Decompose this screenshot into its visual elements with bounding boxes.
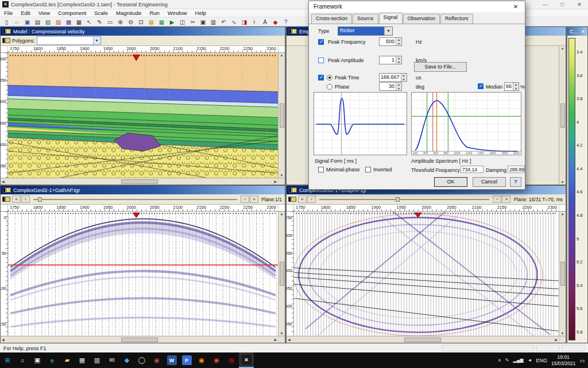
scroll-thumb[interactable] <box>560 262 565 286</box>
scroll-right-icon[interactable]: ▶ <box>274 338 277 342</box>
scroll-left-icon[interactable]: ◀ <box>2 338 5 342</box>
menu-help[interactable]: Help <box>191 10 211 16</box>
peak-frequency-value[interactable]: 500 <box>380 38 396 45</box>
polygons-select[interactable]: ▼ <box>37 36 101 45</box>
tesseral-icon[interactable]: ✕ <box>239 352 254 368</box>
frame-icon[interactable]: ▩ <box>64 18 74 26</box>
peak-frequency-checkbox[interactable] <box>318 39 324 45</box>
scroll-up-icon[interactable]: ▲ <box>280 212 284 216</box>
zoom-in-icon[interactable]: ⊕ <box>115 18 125 26</box>
help-button[interactable]: ? <box>510 177 521 187</box>
movie-icon[interactable]: ◫ <box>177 18 187 26</box>
photos-icon[interactable]: ◯ <box>134 352 149 368</box>
open-icon[interactable]: ▱ <box>12 18 22 26</box>
median-checkbox[interactable] <box>478 83 483 89</box>
inverted-checkbox[interactable] <box>365 167 371 172</box>
gather-panel-titlebar[interactable]: ComplexGeol2-1+GathAP.tgr <box>1 186 285 194</box>
scroll-thumb[interactable] <box>121 179 158 184</box>
menu-window[interactable]: Window <box>164 10 191 16</box>
task-view-icon[interactable]: ▣ <box>30 352 45 368</box>
peak-time-checkbox[interactable] <box>318 75 324 80</box>
model-vscroll[interactable]: ▲▼ <box>278 53 285 178</box>
last-icon[interactable]: » <box>250 195 258 203</box>
print-icon[interactable]: ▤ <box>33 18 42 26</box>
scroll-left-icon[interactable]: ◀ <box>288 338 291 342</box>
gather-vscroll[interactable]: ▲▼ <box>278 212 285 336</box>
close-icon[interactable]: ✕ <box>506 1 525 12</box>
action-center-icon[interactable]: ▭ <box>579 358 585 363</box>
grid-icon[interactable]: ▦ <box>74 18 84 26</box>
publisher-icon[interactable]: P <box>179 352 194 368</box>
calculator-icon[interactable]: ▦ <box>75 352 90 368</box>
empty-vscroll[interactable]: ▲▼ <box>559 46 566 185</box>
scroll-down-icon[interactable]: ▼ <box>280 174 284 177</box>
first-icon[interactable]: « <box>12 195 21 203</box>
paint3d-icon[interactable]: ◆ <box>119 352 134 368</box>
edge-icon[interactable]: e <box>45 352 60 368</box>
peak-frequency-spinner[interactable]: 500▲▼ <box>379 37 402 46</box>
save-icon[interactable]: ▣ <box>22 18 32 26</box>
spin-down-icon[interactable]: ▼ <box>396 60 401 64</box>
file-explorer-icon[interactable]: ▰ <box>60 352 75 368</box>
type-select[interactable]: Ricker ▼ <box>338 26 393 36</box>
volume-icon[interactable]: ◄ <box>528 358 532 363</box>
tab-observation[interactable]: Observation <box>403 14 440 24</box>
spin-down-icon[interactable]: ▼ <box>396 87 401 91</box>
scroll-up-icon[interactable]: ▲ <box>561 47 564 50</box>
clock[interactable]: 19:01 15/03/2021 <box>551 354 576 366</box>
spin-down-icon[interactable]: ▼ <box>513 87 519 91</box>
start-button[interactable]: ⊞ <box>0 352 15 368</box>
menu-file[interactable]: File <box>0 10 17 16</box>
threshold-frequency-field[interactable]: 734.14 <box>461 166 483 173</box>
prev-icon[interactable]: ‹ <box>21 195 30 203</box>
spin-down-icon[interactable]: ▼ <box>396 42 401 46</box>
chart-icon[interactable]: ∿ <box>229 18 239 26</box>
spinner-buttons[interactable]: ▲▼ <box>396 38 401 45</box>
tab-cross-section[interactable]: Cross-section <box>311 14 352 24</box>
ok-button[interactable]: OK <box>434 177 467 187</box>
new-icon[interactable]: ▯ <box>2 18 11 26</box>
copy-icon[interactable]: ▣ <box>198 18 208 26</box>
store-icon[interactable]: ▥ <box>90 352 105 368</box>
gather-hscroll[interactable]: ◀▶ <box>1 336 278 343</box>
median-spinner[interactable]: 66▲▼ <box>504 82 519 91</box>
minimize-button[interactable]: — <box>536 0 554 9</box>
first-icon[interactable]: « <box>298 195 307 203</box>
spinner-buttons[interactable]: ▲▼ <box>401 74 407 81</box>
scroll-down-icon[interactable]: ▼ <box>561 181 564 184</box>
menu-component[interactable]: Component <box>54 10 90 16</box>
phase-radio[interactable] <box>327 84 332 90</box>
marker-icon[interactable]: ◆ <box>270 18 280 26</box>
close-button[interactable]: ✕ <box>571 0 588 9</box>
model-hscroll[interactable]: ◀▶ <box>1 178 278 185</box>
scroll-thumb[interactable] <box>280 262 284 286</box>
help-icon[interactable]: ? <box>281 18 291 26</box>
damping-field[interactable]: 288.89 <box>508 166 525 173</box>
phase-spinner[interactable]: 30▲▼ <box>379 82 402 91</box>
maximize-button[interactable]: □ <box>554 0 571 9</box>
next-icon[interactable]: › <box>493 195 501 203</box>
scroll-right-icon[interactable]: ▶ <box>274 179 277 183</box>
peak-amplitude-checkbox[interactable] <box>318 57 324 63</box>
plane-slider[interactable] <box>33 197 237 202</box>
peak-time-value[interactable]: 166.667 <box>380 74 401 81</box>
cancel-button[interactable]: Cancel <box>473 177 506 187</box>
palette-icon[interactable] <box>2 197 10 202</box>
well-icon[interactable]: ⊦ <box>250 18 260 26</box>
palette-icon[interactable] <box>2 38 10 43</box>
prev-icon[interactable]: ‹ <box>307 195 316 203</box>
velocity-model-icon[interactable]: ▨ <box>53 18 63 26</box>
snap-hscroll[interactable]: ◀▶ <box>287 336 559 343</box>
peak-time-spinner[interactable]: 166.667▲▼ <box>379 73 407 82</box>
slider-thumb[interactable] <box>38 197 42 202</box>
close-icon[interactable]: ✕ <box>581 29 585 34</box>
tab-signal[interactable]: Signal <box>379 13 403 24</box>
spinner-buttons[interactable]: ▲▼ <box>396 83 401 90</box>
last-icon[interactable]: » <box>502 195 510 203</box>
menu-edit[interactable]: Edit <box>17 10 34 16</box>
minimal-phase-checkbox[interactable] <box>318 167 324 172</box>
menu-scale[interactable]: Scale <box>90 10 112 16</box>
search-icon[interactable]: ○ <box>15 352 30 368</box>
chevron-up-icon[interactable]: ∧ <box>498 358 501 363</box>
snapshot-icon[interactable]: ◨ <box>239 18 249 26</box>
